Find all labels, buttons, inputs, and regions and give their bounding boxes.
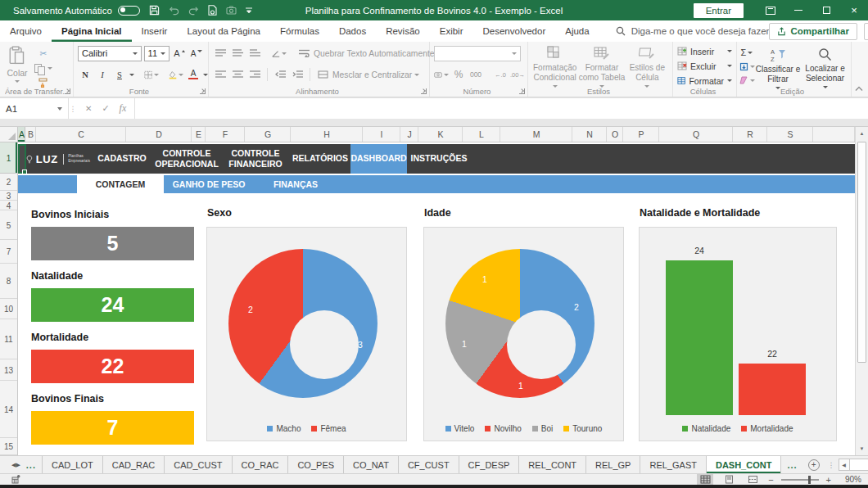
row-header-10[interactable]: 10 (0, 299, 17, 319)
number-format-select[interactable] (434, 46, 521, 61)
ribbon-tab-fórmulas[interactable]: Fórmulas (270, 20, 329, 42)
share-button[interactable]: Compartilhar (769, 23, 857, 40)
tell-me-search[interactable]: Diga-me o que você deseja fazer (616, 20, 770, 42)
kpi-value-box[interactable]: 24 (31, 288, 194, 322)
select-all-corner[interactable] (0, 127, 18, 142)
ribbon-tab-layout-da-página[interactable]: Layout da Página (177, 20, 270, 42)
number-dialog-launcher-icon[interactable] (519, 88, 525, 94)
sheet-tab-rel_gp[interactable]: REL_GP (586, 456, 640, 473)
ribbon-display-options-icon[interactable] (757, 0, 784, 20)
row-header-2[interactable]: 2 (0, 174, 17, 191)
align-top-icon[interactable] (213, 47, 228, 60)
horizontal-scroll-thumb[interactable] (850, 459, 868, 471)
sheet-tab-rel_gast[interactable]: REL_GAST (640, 456, 706, 473)
zoom-out-icon[interactable]: − (768, 475, 773, 485)
sheet-tab-co_rac[interactable]: CO_RAC (233, 456, 289, 473)
clipboard-dialog-launcher-icon[interactable] (65, 88, 70, 94)
sheet-tab-cf_desp[interactable]: CF_DESP (459, 456, 520, 473)
ribbon-tab-desenvolvedor[interactable]: Desenvolvedor (473, 20, 556, 42)
font-size-select[interactable]: 11 (144, 46, 170, 61)
ribbon-tab-inserir[interactable]: Inserir (132, 20, 178, 42)
increase-decimal-icon[interactable]: ←.0 (493, 68, 508, 81)
chart-panel-sexo[interactable]: 3 2 MachoFêmea (206, 227, 407, 441)
sign-in-button[interactable]: Entrar (694, 3, 744, 18)
vertical-scrollbar[interactable]: ▲ ▼ (855, 127, 868, 455)
italic-button[interactable]: I (95, 68, 110, 81)
row-header-8[interactable]: 8 (0, 264, 17, 299)
sheet-tab-cad_lot[interactable]: CAD_LOT (43, 456, 103, 473)
row-header-11[interactable]: 11 (0, 319, 17, 359)
copy-button[interactable] (34, 61, 52, 75)
insert-cells-button[interactable]: Inserir (677, 45, 732, 57)
save-icon[interactable] (149, 5, 160, 16)
column-header-L[interactable]: L (463, 127, 500, 142)
sheet-tab-dash_cont[interactable]: DASH_CONT (707, 456, 781, 473)
vertical-scroll-thumb[interactable] (857, 142, 866, 363)
row-header-14[interactable]: 14 (0, 381, 17, 438)
orientation-icon[interactable] (272, 47, 287, 60)
column-header-A[interactable]: A (18, 127, 25, 142)
delete-cells-button[interactable]: Excluir (677, 60, 732, 72)
column-header-K[interactable]: K (418, 127, 463, 142)
scroll-up-icon[interactable]: ▲ (856, 127, 868, 140)
ribbon-tab-página-inicial[interactable]: Página Inicial (52, 20, 132, 42)
chart-panel-idade[interactable]: 2 1 1 1 ViteloNovilhoBoiTouruno (423, 227, 624, 441)
column-header-J[interactable]: J (400, 127, 418, 142)
borders-icon[interactable] (144, 68, 159, 81)
sheet-overflow-left[interactable]: ... (20, 456, 42, 473)
zoom-slider-thumb[interactable] (808, 476, 811, 484)
column-header-C[interactable]: C (36, 127, 126, 142)
merge-center-icon[interactable] (315, 68, 330, 81)
alignment-dialog-launcher-icon[interactable] (421, 88, 427, 94)
autosum-icon[interactable]: Σ (739, 46, 755, 59)
fill-down-icon[interactable] (739, 60, 755, 73)
row-header-7[interactable]: 7 (0, 240, 17, 264)
paste-button[interactable]: Colar (0, 42, 34, 89)
decrease-font-icon[interactable]: A (189, 47, 204, 60)
percent-style-icon[interactable]: % (451, 68, 466, 81)
name-box-caret-icon[interactable] (57, 107, 62, 111)
page-layout-view-button[interactable] (721, 474, 737, 485)
column-header-D[interactable]: D (126, 127, 192, 142)
align-center-icon[interactable] (230, 68, 245, 81)
column-header-P[interactable]: P (623, 127, 659, 142)
macro-record-icon[interactable] (11, 475, 20, 484)
zoom-level[interactable]: 90% (839, 475, 861, 484)
align-left-icon[interactable] (213, 68, 228, 81)
insert-function-icon[interactable]: fx (120, 102, 127, 115)
zoom-in-icon[interactable]: + (826, 475, 831, 485)
font-color-icon[interactable]: A (186, 68, 201, 81)
autosave-control[interactable]: Salvamento Automático (13, 6, 140, 16)
sheet-overflow-right[interactable]: ... (781, 456, 802, 473)
dashboard-nav-instruções[interactable]: INSTRUÇÕES (407, 144, 471, 174)
decrease-decimal-icon[interactable]: .00→ (510, 68, 525, 81)
comma-style-icon[interactable]: 000 (468, 68, 483, 81)
align-bottom-icon[interactable] (247, 47, 262, 60)
row-header-4[interactable]: 4 (0, 201, 17, 210)
bold-button[interactable]: N (78, 68, 93, 81)
column-header-Q[interactable]: Q (659, 127, 733, 142)
increase-indent-icon[interactable] (290, 68, 305, 81)
undo-icon[interactable] (169, 6, 179, 16)
dashboard-subtab-contagem[interactable]: CONTAGEM (77, 175, 164, 193)
increase-font-icon[interactable]: A (172, 47, 187, 60)
clear-icon[interactable] (739, 74, 755, 87)
column-header-I[interactable]: I (363, 127, 400, 142)
dashboard-nav-controle-operacional[interactable]: CONTROLE OPERACIONAL (152, 144, 221, 174)
fill-color-icon[interactable] (169, 68, 183, 81)
column-header-F[interactable]: F (206, 127, 245, 142)
dashboard-nav-dashboard[interactable]: DASHBOARD (350, 144, 407, 174)
ribbon-tab-exibir[interactable]: Exibir (430, 20, 473, 42)
dashboard-nav-relatórios[interactable]: RELATÓRIOS (290, 144, 350, 174)
column-header-R[interactable]: R (733, 127, 767, 142)
sheet-tab-rel_cont[interactable]: REL_CONT (519, 456, 586, 473)
scroll-left-icon[interactable]: ◀ (839, 459, 850, 471)
qat-customize-icon[interactable] (246, 7, 252, 14)
column-header-E[interactable]: E (192, 127, 206, 142)
kpi-value-box[interactable]: 7 (31, 411, 194, 445)
sheet-tab-cad_cust[interactable]: CAD_CUST (165, 456, 232, 473)
underline-button[interactable]: S (112, 68, 127, 81)
row-header-13[interactable]: 13 (0, 359, 17, 381)
wrap-text-label[interactable]: Quebrar Texto Automaticamente (314, 49, 434, 58)
close-icon[interactable]: × (840, 0, 868, 20)
